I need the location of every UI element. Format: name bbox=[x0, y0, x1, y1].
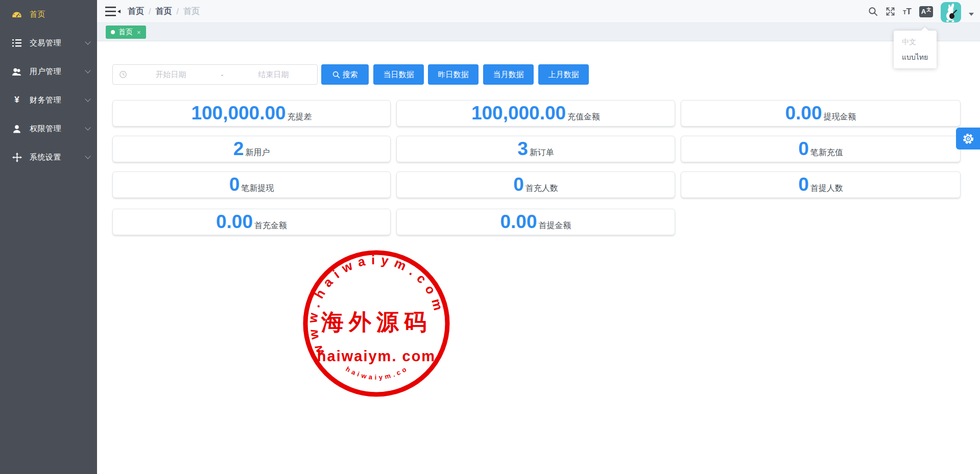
search-button[interactable]: 搜索 bbox=[321, 64, 369, 85]
fullscreen-icon[interactable] bbox=[886, 7, 895, 16]
gear-icon bbox=[962, 132, 975, 145]
font-size-icon[interactable]: TT bbox=[903, 7, 912, 16]
sidebar-item-label: 权限管理 bbox=[30, 124, 61, 134]
stat-card-first-recharge-users: 0首充人数 bbox=[396, 171, 675, 198]
tab-close-icon[interactable]: × bbox=[137, 29, 141, 36]
end-date-placeholder[interactable]: 结束日期 bbox=[230, 70, 317, 80]
stat-card-recharge-amount: 100,000.00充值金额 bbox=[396, 100, 675, 127]
chevron-down-icon bbox=[85, 39, 90, 44]
stat-card-first-withdraw-amount: 0.00首提金额 bbox=[396, 209, 675, 235]
yen-icon: ¥ bbox=[10, 95, 23, 105]
menu-fold-icon[interactable] bbox=[105, 6, 121, 17]
breadcrumb-item[interactable]: 首页 bbox=[128, 6, 144, 17]
stat-value: 2 bbox=[233, 136, 244, 162]
tab-active-dot-icon bbox=[111, 30, 115, 34]
sidebar-item-settings[interactable]: 系统设置 bbox=[0, 143, 97, 171]
language-option-chinese: 中文 bbox=[894, 34, 937, 49]
breadcrumb-separator: / bbox=[149, 7, 151, 16]
stat-label: 首充金额 bbox=[254, 220, 287, 231]
chevron-down-icon bbox=[85, 124, 90, 130]
breadcrumb: 首页 / 首页 / 首页 bbox=[128, 0, 200, 23]
main-content: 开始日期 - 结束日期 搜索 当日数据 昨日数据 当月数据 上月数据 100,0… bbox=[97, 42, 980, 474]
dashboard-icon bbox=[10, 10, 23, 19]
chevron-down-icon bbox=[85, 67, 90, 73]
translate-icon[interactable]: A文 bbox=[919, 6, 933, 17]
person-icon bbox=[10, 124, 23, 133]
stat-label: 充值金额 bbox=[567, 112, 600, 122]
stat-value: 0.00 bbox=[500, 209, 537, 235]
date-range-input[interactable]: 开始日期 - 结束日期 bbox=[112, 64, 318, 85]
topbar-actions: TT A文 bbox=[868, 0, 974, 23]
stat-value: 0 bbox=[798, 136, 809, 162]
chevron-down-icon bbox=[85, 153, 90, 159]
sidebar-item-permissions[interactable]: 权限管理 bbox=[0, 114, 97, 143]
sidebar-item-label: 财务管理 bbox=[30, 95, 61, 105]
language-menu: 中文 แบบไทย bbox=[894, 31, 937, 68]
stat-label: 笔新充值 bbox=[810, 147, 843, 158]
stat-card-new-orders: 3新订单 bbox=[396, 136, 675, 162]
breadcrumb-item-current: 首页 bbox=[183, 6, 200, 17]
stat-card-first-withdraw-users: 0首提人数 bbox=[681, 171, 961, 198]
stat-label: 首充人数 bbox=[525, 183, 558, 194]
stat-card-first-recharge-amount: 0.00首充金额 bbox=[112, 209, 391, 235]
yesterday-data-button[interactable]: 昨日数据 bbox=[428, 64, 479, 85]
avatar[interactable] bbox=[941, 2, 961, 22]
language-option-thai[interactable]: แบบไทย bbox=[894, 49, 937, 65]
stat-value: 0 bbox=[229, 172, 240, 197]
stat-label: 笔新提现 bbox=[241, 183, 274, 194]
sidebar-item-trade[interactable]: 交易管理 bbox=[0, 29, 97, 57]
today-data-button[interactable]: 当日数据 bbox=[373, 64, 424, 85]
tab-bar: 首页 × bbox=[97, 23, 980, 41]
stat-value: 0 bbox=[513, 172, 524, 197]
stat-value: 0 bbox=[798, 172, 809, 197]
sidebar-item-label: 用户管理 bbox=[30, 67, 61, 77]
settings-gear-button[interactable] bbox=[956, 128, 980, 149]
admin-dashboard: 首页 交易管理 用户管理 ¥ 财务管理 权限管理 bbox=[0, 0, 980, 474]
clock-icon bbox=[119, 70, 127, 79]
breadcrumb-separator: / bbox=[176, 7, 178, 16]
stat-card-new-recharges: 0笔新充值 bbox=[681, 136, 961, 162]
stat-value: 0.00 bbox=[785, 101, 822, 126]
search-button-label: 搜索 bbox=[343, 70, 358, 80]
stat-value: 0.00 bbox=[216, 209, 253, 235]
stat-card-recharge-withdraw-diff: 100,000.00充提差 bbox=[112, 100, 391, 127]
sidebar: 首页 交易管理 用户管理 ¥ 财务管理 权限管理 bbox=[0, 0, 97, 474]
stat-label: 首提金额 bbox=[539, 220, 571, 231]
sidebar-item-label: 首页 bbox=[30, 10, 45, 19]
sidebar-item-finance[interactable]: ¥ 财务管理 bbox=[0, 86, 97, 114]
search-icon[interactable] bbox=[868, 7, 878, 16]
tab-label: 首页 bbox=[118, 28, 133, 37]
stat-label: 新用户 bbox=[245, 147, 270, 158]
move-icon bbox=[10, 153, 23, 162]
stat-label: 首提人数 bbox=[810, 183, 843, 194]
chevron-down-icon bbox=[85, 96, 90, 102]
topbar: 首页 / 首页 / 首页 TT A文 bbox=[97, 0, 980, 23]
stat-card-new-users: 2新用户 bbox=[112, 136, 391, 162]
start-date-placeholder[interactable]: 开始日期 bbox=[127, 70, 214, 80]
date-separator: - bbox=[214, 70, 230, 79]
tab-home[interactable]: 首页 × bbox=[106, 26, 146, 39]
stat-value: 100,000.00 bbox=[191, 101, 285, 126]
stat-label: 充提差 bbox=[288, 112, 312, 122]
sidebar-item-label: 交易管理 bbox=[30, 38, 61, 48]
stat-value: 3 bbox=[517, 136, 528, 162]
users-icon bbox=[10, 67, 23, 76]
breadcrumb-item[interactable]: 首页 bbox=[155, 6, 172, 17]
sidebar-item-label: 系统设置 bbox=[30, 153, 61, 162]
stat-label: 提现金额 bbox=[824, 112, 856, 122]
stat-label: 新订单 bbox=[530, 147, 554, 158]
stat-value: 100,000.00 bbox=[471, 101, 566, 126]
trade-list-icon bbox=[10, 39, 23, 47]
sidebar-item-users[interactable]: 用户管理 bbox=[0, 57, 97, 86]
last-month-data-button[interactable]: 上月数据 bbox=[538, 64, 589, 85]
this-month-data-button[interactable]: 当月数据 bbox=[483, 64, 534, 85]
stat-card-withdraw-amount: 0.00提现金额 bbox=[681, 100, 961, 127]
sidebar-item-home[interactable]: 首页 bbox=[0, 0, 97, 29]
stat-card-new-withdrawals: 0笔新提现 bbox=[112, 171, 391, 198]
caret-down-icon[interactable] bbox=[969, 13, 974, 16]
